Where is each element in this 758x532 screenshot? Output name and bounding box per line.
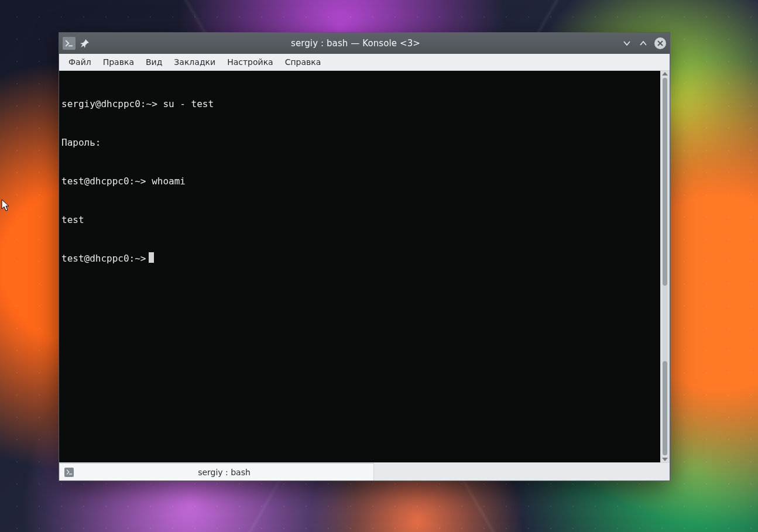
terminal-line: test@dhcppc0:~>: [61, 252, 658, 265]
minimize-button[interactable]: [622, 38, 632, 49]
terminal-container: sergiy@dhcppc0:~> su - test Пароль: test…: [59, 71, 670, 462]
text-cursor: [149, 252, 154, 263]
terminal-line: Пароль:: [61, 136, 658, 149]
terminal-line: sergiy@dhcppc0:~> su - test: [61, 98, 658, 111]
close-button[interactable]: [654, 37, 666, 49]
menu-help[interactable]: Справка: [279, 54, 327, 70]
konsole-window: sergiy : bash — Konsole <3> Файл Правка …: [59, 32, 670, 481]
konsole-app-icon: [63, 37, 76, 50]
menu-file[interactable]: Файл: [63, 54, 97, 70]
scroll-thumb[interactable]: [663, 361, 667, 455]
tab-sergiy-bash[interactable]: sergiy : bash: [59, 463, 374, 480]
menu-edit[interactable]: Правка: [97, 54, 140, 70]
tab-bar: sergiy : bash: [59, 462, 670, 480]
scroll-down-arrow-icon[interactable]: [662, 458, 668, 461]
menubar: Файл Правка Вид Закладки Настройка Справ…: [59, 54, 670, 71]
vertical-scrollbar[interactable]: [660, 71, 670, 462]
terminal-line: test: [61, 214, 658, 226]
tab-label: sergiy : bash: [80, 468, 369, 477]
scroll-thumb[interactable]: [663, 78, 667, 286]
scroll-track[interactable]: [663, 78, 667, 455]
terminal-line: test@dhcppc0:~> whoami: [61, 175, 658, 188]
terminal[interactable]: sergiy@dhcppc0:~> su - test Пароль: test…: [59, 71, 660, 462]
window-title: sergiy : bash — Konsole <3>: [94, 38, 617, 49]
terminal-icon: [64, 468, 74, 477]
window-titlebar[interactable]: sergiy : bash — Konsole <3>: [59, 33, 670, 54]
menu-bookmarks[interactable]: Закладки: [168, 54, 221, 70]
pin-icon[interactable]: [80, 39, 90, 48]
menu-view[interactable]: Вид: [140, 54, 168, 70]
maximize-button[interactable]: [638, 38, 649, 49]
scroll-up-arrow-icon[interactable]: [662, 72, 668, 75]
menu-settings[interactable]: Настройка: [221, 54, 279, 70]
